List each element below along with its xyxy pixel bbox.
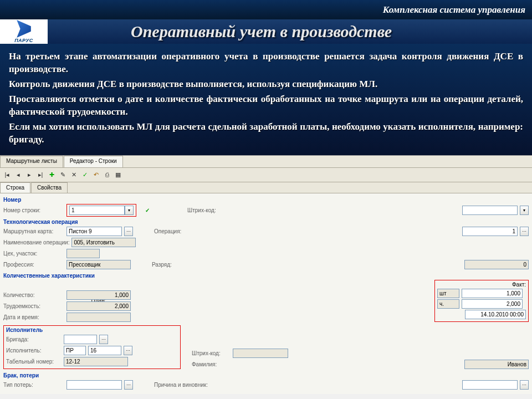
section-qty: Количественные характеристики [3, 270, 529, 280]
label-operation: Операция: [154, 228, 193, 234]
label-quantity: Количество: [3, 292, 64, 298]
inner-tabs: Строка Свойства [0, 182, 532, 193]
suite-title: Комплексная система управления [383, 4, 525, 16]
barcode-lookup-icon[interactable]: ▾ [520, 206, 529, 215]
main-tabs: Маршрутные листы Редактор - Строки [0, 156, 532, 168]
performer-lookup-icon[interactable]: ⋯ [124, 346, 132, 355]
cause-lookup-icon[interactable]: ⋯ [520, 380, 529, 390]
section-defect: Брак, потери [3, 370, 529, 380]
input-barcode[interactable] [462, 206, 518, 215]
check-icon: ✓ [145, 207, 150, 213]
input-qty-plan [66, 290, 131, 300]
tab-editor-rows[interactable]: Редактор - Строки [64, 156, 123, 167]
input-op-name [71, 238, 136, 247]
tab-route-sheets[interactable]: Маршрутные листы [0, 156, 63, 167]
label-barcode2: Штрих-код: [192, 350, 231, 356]
input-brigade[interactable] [64, 335, 97, 344]
input-tabno [64, 357, 128, 366]
label-performer: Исполнитель: [6, 347, 62, 354]
unit-labor [437, 299, 459, 309]
description-block: На третьем этапе автоматизации оперативн… [0, 44, 532, 155]
input-perf-code[interactable] [64, 346, 86, 355]
loss-lookup-icon[interactable]: ⋯ [124, 380, 133, 390]
label-rank: Разряд: [152, 262, 180, 268]
input-cause[interactable] [462, 380, 518, 390]
next-icon[interactable]: ▸ [25, 171, 33, 178]
para-3: Проставляются отметки о дате и количеств… [9, 93, 523, 119]
label-route-card: Маршрутная карта: [3, 228, 64, 234]
input-profession [66, 260, 131, 269]
toolbar: |◂ ◂ ▸ ▸| ✚ ✎ ✕ ✓ ↶ ⎙ ▦ [0, 168, 532, 182]
add-icon[interactable]: ✚ [48, 171, 55, 178]
input-rank [464, 260, 529, 269]
dropdown-icon[interactable]: ▾ [125, 206, 134, 215]
undo-icon[interactable]: ↶ [92, 171, 100, 178]
para-1: На третьем этапе автоматизации оперативн… [9, 50, 523, 76]
input-loss-type[interactable] [66, 380, 122, 390]
section-number: Номер [3, 195, 529, 204]
route-lookup-icon[interactable]: ⋯ [124, 227, 133, 236]
print-icon[interactable]: ⎙ [103, 171, 111, 178]
input-operation[interactable] [462, 227, 518, 236]
page-title: Оперативный учет в производстве [131, 22, 392, 41]
label-datetime: Дата и время: [3, 314, 64, 320]
tab-row[interactable]: Строка [0, 182, 30, 193]
label-cause: Причина и виновник: [154, 382, 226, 388]
input-labor-fact[interactable] [462, 299, 523, 309]
input-datetime-fact[interactable] [465, 310, 526, 319]
section-performer: Исполнитель [6, 327, 178, 334]
para-2: Контроль движения ДСЕ в производстве вып… [9, 78, 523, 91]
grid-icon[interactable]: ▦ [114, 171, 122, 178]
input-shop [66, 249, 100, 258]
label-shop: Цех, участок: [3, 250, 64, 257]
input-labor-plan [66, 301, 131, 311]
section-techop: Технологическая операция [3, 217, 529, 226]
tab-properties[interactable]: Свойства [31, 182, 68, 193]
brand-text: ПАРУС [14, 38, 33, 43]
label-op-name: Наименование операции: [3, 239, 69, 245]
label-barcode: Штрих-код: [187, 207, 226, 213]
op-lookup-icon[interactable]: ⋯ [520, 227, 529, 236]
first-icon[interactable]: |◂ [3, 171, 11, 178]
label-profession: Профессия: [3, 262, 64, 268]
delete-icon[interactable]: ✕ [70, 171, 78, 178]
label-surname: Фамилия: [192, 361, 231, 367]
input-route-card[interactable] [66, 227, 122, 236]
label-loss-type: Тип потерь: [3, 382, 64, 388]
prev-icon[interactable]: ◂ [14, 171, 22, 178]
label-labor: Трудоемкость: [3, 303, 64, 309]
input-perf-barcode [233, 349, 288, 358]
last-icon[interactable]: ▸| [37, 171, 44, 178]
label-brigade: Бригада: [6, 336, 62, 342]
application-window: Маршрутные листы Редактор - Строки |◂ ◂ … [0, 155, 532, 394]
edit-icon[interactable]: ✎ [59, 171, 66, 178]
input-line-no[interactable] [69, 206, 125, 215]
confirm-icon[interactable]: ✓ [81, 171, 89, 178]
input-qty-fact[interactable] [462, 289, 523, 298]
input-surname [464, 360, 529, 369]
unit-qty [437, 289, 459, 298]
brand-logo: ПАРУС [0, 19, 48, 44]
input-perf-num[interactable] [88, 346, 121, 355]
brigade-lookup-icon[interactable]: ⋯ [99, 335, 108, 344]
label-line-no: Номер строки: [3, 207, 64, 213]
sail-icon [15, 20, 33, 38]
label-tabno: Табельный номер: [6, 359, 62, 365]
para-4: Если мы хотим использовать МЛ для расчет… [9, 121, 523, 146]
col-fact: Факт: [437, 282, 526, 288]
input-datetime-plan [66, 313, 131, 322]
